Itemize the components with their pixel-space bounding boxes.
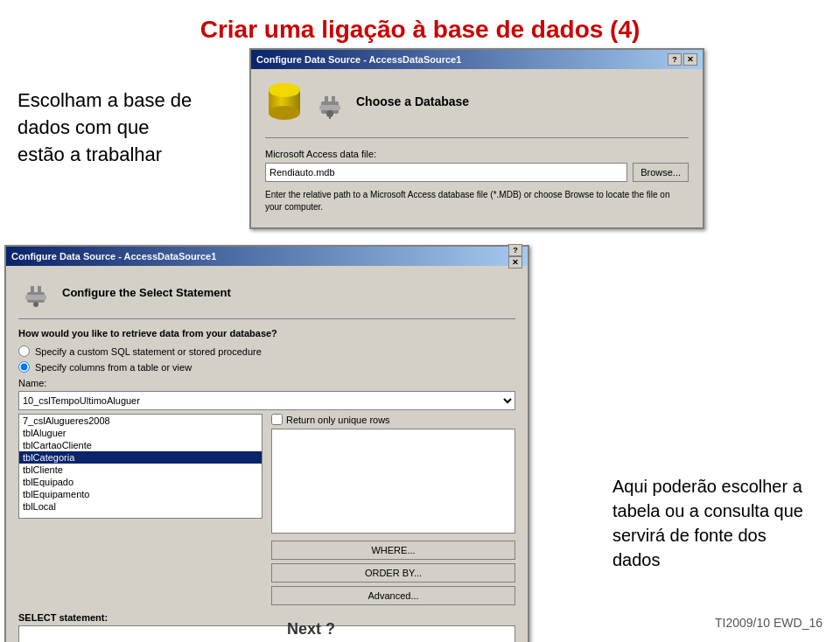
dialog2-header-title: Configure the Select Statement xyxy=(62,286,231,299)
dialog1-help-btn[interactable]: ? xyxy=(668,53,682,66)
dialog2-help-btn[interactable]: ? xyxy=(508,244,522,256)
dialog2-titlebar: Configure Data Source - AccessDataSource… xyxy=(6,247,528,266)
dialog2-divider xyxy=(18,318,515,319)
advanced-btn[interactable]: Advanced... xyxy=(271,586,515,605)
dialog1-header-title: Choose a Database xyxy=(356,94,469,108)
svg-point-14 xyxy=(33,302,38,307)
dialog2-title: Configure Data Source - AccessDataSource… xyxy=(11,251,216,262)
list-item[interactable]: 7_cslAlugueres2008 xyxy=(19,415,262,427)
radio-specify-columns[interactable] xyxy=(18,361,30,373)
radio2-label: Specify columns from a table or view xyxy=(35,362,192,373)
dialog2-win-controls: ? ✕ xyxy=(508,244,522,269)
svg-rect-6 xyxy=(332,96,335,103)
col-buttons-area: WHERE... ORDER BY... Advanced... xyxy=(271,541,515,605)
dialog1-header: Choose a Database xyxy=(265,80,689,123)
dialog1-titlebar: Configure Data Source - AccessDataSource… xyxy=(251,50,703,69)
dialog1-browse-btn[interactable]: Browse... xyxy=(633,163,689,182)
svg-rect-11 xyxy=(31,286,34,293)
svg-rect-13 xyxy=(25,295,46,300)
list-item[interactable]: tblEquipado xyxy=(19,476,262,488)
columns-header: Return only unique rows xyxy=(271,414,515,425)
svg-point-8 xyxy=(326,110,333,117)
dialog-select-statement: Configure Data Source - AccessDataSource… xyxy=(4,245,529,642)
dialog1-file-row: Browse... xyxy=(265,163,689,182)
svg-rect-5 xyxy=(325,96,328,103)
radio-custom-sql[interactable] xyxy=(18,345,30,357)
unique-rows-label: Return only unique rows xyxy=(286,415,390,425)
table-name-select[interactable]: 10_cslTempoUltimoAluguer xyxy=(18,391,515,410)
dialog2-question: How would you like to retrieve data from… xyxy=(18,328,515,338)
svg-rect-7 xyxy=(319,105,340,110)
columns-area: Return only unique rows WHERE... ORDER B… xyxy=(271,414,515,605)
dialog1-win-controls: ? ✕ xyxy=(668,53,697,66)
left-instruction-text: Escolham a base de dados com que estão a… xyxy=(18,87,192,168)
table-listbox[interactable]: 7_cslAlugueres2008 tblAluguer tblCartaoC… xyxy=(18,414,262,519)
dialog2-main-area: 7_cslAlugueres2008 tblAluguer tblCartaoC… xyxy=(18,414,515,605)
list-item-selected[interactable]: tblCategoria xyxy=(19,451,262,464)
bottom-right-text: Aqui poderão escolher a tabela ou a cons… xyxy=(612,474,814,572)
dialog1-file-input[interactable] xyxy=(265,163,627,182)
radio-row-1: Specify a custom SQL statement or stored… xyxy=(18,345,515,357)
list-item[interactable]: tblAluguer xyxy=(19,427,262,439)
dialog1-hint: Enter the relative path to a Microsoft A… xyxy=(265,189,689,213)
dialog2-header: Configure the Select Statement xyxy=(18,275,515,310)
dialog2-content: Configure the Select Statement How would… xyxy=(6,266,528,642)
list-item[interactable]: tblEquipamento xyxy=(19,488,262,500)
footer-text: TI2009/10 EWD_16 xyxy=(715,616,822,630)
list-item[interactable]: tblCliente xyxy=(19,464,262,476)
database-icon xyxy=(265,80,304,123)
dialog1-title: Configure Data Source - AccessDataSource… xyxy=(256,54,461,65)
table-list-area: 7_cslAlugueres2008 tblAluguer tblCartaoC… xyxy=(18,414,262,605)
columns-listbox[interactable] xyxy=(271,429,515,534)
svg-point-3 xyxy=(269,83,300,97)
select-stmt-label: SELECT statement: xyxy=(18,612,515,623)
svg-point-2 xyxy=(269,106,300,120)
list-item[interactable]: tblLocal xyxy=(19,500,262,513)
dialog1-divider xyxy=(265,137,689,138)
dialog1-content: Choose a Database Microsoft Access data … xyxy=(251,69,703,227)
dialog1-access-label: Microsoft Access data file: xyxy=(265,149,689,159)
next-slide-btn[interactable]: Next ? xyxy=(287,620,335,639)
select-stmt-box xyxy=(18,625,515,642)
radio1-label: Specify a custom SQL statement or stored… xyxy=(35,346,262,357)
list-item[interactable]: tblCartaoCliente xyxy=(19,439,262,451)
svg-rect-12 xyxy=(38,286,41,293)
connector-icon xyxy=(314,84,346,119)
unique-rows-checkbox-row: Return only unique rows xyxy=(271,414,390,425)
next-button-area: Next ? xyxy=(287,620,335,639)
where-btn[interactable]: WHERE... xyxy=(271,541,515,560)
slide-container: Criar uma ligação à base de dados (4) Es… xyxy=(0,0,840,642)
dialog2-connector-icon xyxy=(18,275,53,310)
name-label: Name: xyxy=(18,378,515,388)
slide-title: Criar uma ligação à base de dados (4) xyxy=(0,0,840,52)
order-by-btn[interactable]: ORDER BY... xyxy=(271,563,515,583)
radio-row-2: Specify columns from a table or view xyxy=(18,361,515,373)
dialog1-close-btn[interactable]: ✕ xyxy=(683,53,697,66)
unique-rows-checkbox[interactable] xyxy=(271,414,283,425)
dialog2-close-btn[interactable]: ✕ xyxy=(508,256,522,269)
dialog-choose-database: Configure Data Source - AccessDataSource… xyxy=(249,48,704,229)
